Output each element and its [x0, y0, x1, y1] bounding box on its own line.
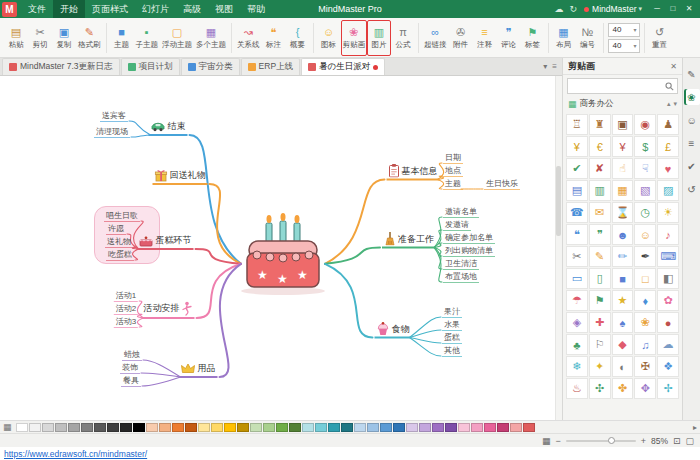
clipart-item[interactable]: ▣ [612, 114, 634, 135]
close-icon[interactable]: ✕ [670, 62, 677, 71]
color-swatch[interactable] [68, 423, 80, 432]
clipart-item[interactable]: $ [634, 136, 656, 157]
clipart-item[interactable]: ★ [612, 290, 634, 311]
color-swatch[interactable] [315, 423, 327, 432]
subtopic[interactable]: 布置场地 [443, 271, 479, 283]
clipart-item[interactable]: ☎ [566, 202, 588, 223]
ribbon-button-picture[interactable]: ▥图片 [367, 20, 391, 56]
clipart-item[interactable]: ✂ [566, 246, 588, 267]
ribbon-button-multiple-topics[interactable]: ▦多个主题 [194, 20, 228, 56]
clipart-item[interactable]: ☁ [657, 334, 679, 355]
clipart-item[interactable]: ✤ [612, 378, 634, 399]
menu-item[interactable]: 开始 [53, 0, 85, 18]
main-topic[interactable]: 回送礼物 [153, 169, 208, 185]
clipart-item[interactable]: ☺ [634, 224, 656, 245]
clipart-item[interactable]: ☀ [657, 202, 679, 223]
close-button[interactable]: ✕ [681, 0, 697, 18]
ribbon-button-layout[interactable]: ▦布局 [552, 20, 576, 56]
color-swatch[interactable] [55, 423, 67, 432]
subtopic[interactable]: 活动1 [114, 290, 138, 302]
clipart-item[interactable]: ☝ [612, 158, 634, 179]
subtopic[interactable]: 果汁 [442, 306, 462, 318]
menu-item[interactable]: 幻灯片 [135, 0, 176, 18]
clipart-item[interactable]: ✎ [589, 246, 611, 267]
expand-icon[interactable]: ▾ [673, 100, 677, 108]
clipart-item[interactable]: ■ [612, 268, 634, 289]
subtopic[interactable]: 水果 [442, 319, 462, 331]
document-tab[interactable]: 宇宙分类 [181, 58, 240, 75]
clipart-item[interactable]: ✦ [589, 356, 611, 377]
ribbon-button-cut[interactable]: ✂剪切 [28, 20, 52, 56]
color-swatch[interactable] [419, 423, 431, 432]
document-tab[interactable]: MindMaster 7.3更新日志 [2, 58, 120, 75]
clipart-item[interactable]: ▥ [589, 180, 611, 201]
color-swatch[interactable] [250, 423, 262, 432]
subtopic[interactable]: 活动2 [114, 303, 138, 315]
subtopic[interactable]: 送礼物 [105, 236, 133, 248]
clipart-item[interactable]: ❄ [566, 356, 588, 377]
main-topic[interactable]: 食物 [375, 322, 412, 339]
menu-item[interactable]: 文件 [21, 0, 53, 18]
clipart-item[interactable]: ◐ [612, 356, 634, 377]
number-dropdown[interactable]: 40▾ [608, 23, 640, 37]
clipart-item[interactable]: ♜ [589, 114, 611, 135]
subtopic[interactable]: 生日快乐 [484, 178, 520, 190]
subtopic[interactable]: 吃蛋糕 [106, 249, 134, 261]
main-topic[interactable]: 基本信息 [387, 164, 440, 181]
clipart-item[interactable]: ▧ [634, 180, 656, 201]
color-swatch[interactable] [42, 423, 54, 432]
task-panel-icon[interactable]: ✔ [684, 158, 700, 174]
color-swatch[interactable] [445, 423, 457, 432]
clipart-item[interactable]: ❀ [634, 312, 656, 333]
ribbon-button-formula[interactable]: π公式 [391, 20, 415, 56]
ribbon-button-icon-marker[interactable]: ☺图标 [317, 20, 341, 56]
clipart-item[interactable]: ❖ [657, 356, 679, 377]
ribbon-button-tag[interactable]: ⚑标签 [521, 20, 545, 56]
clipart-item[interactable]: ▯ [589, 268, 611, 289]
zoom-in-button[interactable]: + [641, 436, 646, 446]
search-icon[interactable] [665, 82, 674, 91]
clipart-item[interactable]: ☂ [566, 290, 588, 311]
color-swatch[interactable] [81, 423, 93, 432]
document-tab[interactable]: 项目计划 [121, 58, 180, 75]
color-swatch[interactable] [198, 423, 210, 432]
zoom-slider[interactable] [566, 440, 636, 442]
ribbon-button-numbering[interactable]: №编号 [576, 20, 600, 56]
clipart-item[interactable]: ❞ [589, 224, 611, 245]
color-swatch[interactable] [432, 423, 444, 432]
zoom-slider-thumb[interactable] [608, 437, 615, 444]
clipart-item[interactable]: ♫ [634, 334, 656, 355]
subtopic[interactable]: 活动3 [114, 316, 138, 328]
zoom-out-button[interactable]: − [555, 436, 560, 446]
color-swatch[interactable] [172, 423, 184, 432]
subtopic[interactable]: 送宾客 [100, 110, 128, 122]
color-swatch[interactable] [380, 423, 392, 432]
subtopic[interactable]: 日期 [443, 152, 463, 164]
clipart-item[interactable]: ⌛ [612, 202, 634, 223]
clipart-item[interactable]: ✣ [589, 378, 611, 399]
clipart-item[interactable]: ✢ [657, 378, 679, 399]
subtopic[interactable]: 蛋糕 [442, 332, 462, 344]
color-swatch[interactable] [16, 423, 28, 432]
palette-settings-icon[interactable]: ▦ [3, 422, 12, 432]
menu-item[interactable]: 视图 [208, 0, 240, 18]
clipart-item[interactable]: ▤ [566, 180, 588, 201]
number-dropdown[interactable]: 40▾ [608, 39, 640, 53]
main-topic[interactable]: 蛋糕环节 [137, 234, 194, 250]
clipart-item[interactable]: ⚐ [589, 334, 611, 355]
main-topic[interactable]: 准备工作 [382, 232, 436, 249]
clipart-item[interactable]: ● [657, 312, 679, 333]
clipart-item[interactable]: ◉ [634, 114, 656, 135]
clipart-item[interactable]: £ [657, 136, 679, 157]
color-swatch[interactable] [185, 423, 197, 432]
collapse-icon[interactable]: ▴ [667, 100, 671, 108]
clipart-item[interactable]: ◆ [612, 334, 634, 355]
clipart-item[interactable]: ☻ [612, 224, 634, 245]
minimize-button[interactable]: ─ [649, 0, 665, 18]
clipart-item[interactable]: ◈ [566, 312, 588, 333]
color-swatch[interactable] [328, 423, 340, 432]
ribbon-button-paste[interactable]: ▤粘贴 [4, 20, 28, 56]
clipart-item[interactable]: ✚ [589, 312, 611, 333]
clipart-item[interactable]: ✠ [634, 356, 656, 377]
icon-panel-icon[interactable]: ☺ [684, 112, 700, 128]
